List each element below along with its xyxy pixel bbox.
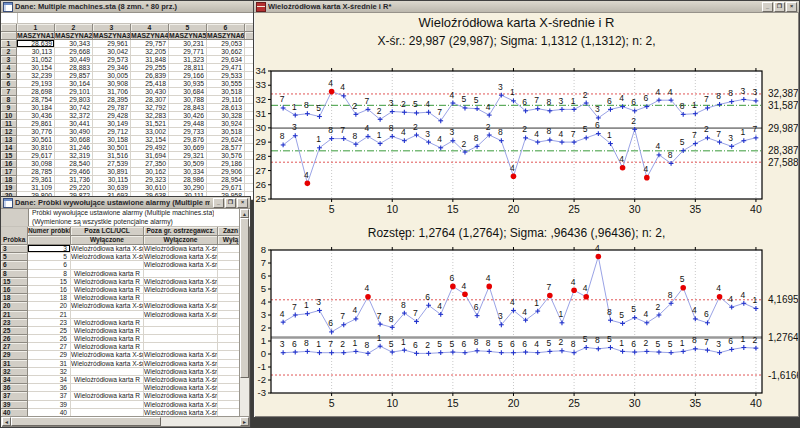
data-cell[interactable]: 29,617 (17, 152, 55, 160)
data-cell[interactable]: 29,861 (17, 120, 55, 128)
data-cell[interactable]: 31,109 (17, 184, 55, 192)
chart-titlebar[interactable]: Wieloźródłowa karta X-średnie i R* _ ❐ × (254, 1, 799, 13)
row-header[interactable]: 15 (1, 152, 17, 160)
data-cell[interactable]: 29,634 (207, 56, 245, 64)
alarm-sample-number-cell[interactable]: 39 (28, 401, 71, 409)
alarm-lcl-ucl-cell[interactable]: Wieloźródłowa karta R (71, 327, 144, 335)
data-cell[interactable]: 30,115 (93, 176, 131, 184)
row-header[interactable]: 8 (1, 96, 17, 104)
alarm-warning-cell[interactable]: Wieloźródłowa karta X-śr (144, 302, 218, 310)
alarm-warning-cell[interactable]: Wieloźródłowa karta X-śr (144, 286, 218, 294)
data-cell[interactable]: 32,319 (55, 152, 93, 160)
alarm-sample-number-cell[interactable]: 3 (28, 245, 71, 253)
data-cell[interactable]: 31,521 (131, 120, 169, 128)
alarm-sample-number-cell[interactable]: 26 (28, 335, 71, 343)
data-cell[interactable]: 30,162 (131, 168, 169, 176)
data-cell[interactable]: 30,334 (169, 168, 207, 176)
data-cell[interactable]: 30,290 (169, 184, 207, 192)
data-cell[interactable]: 30,158 (93, 136, 131, 144)
data-cell[interactable]: 29,323 (131, 176, 169, 184)
alarm-row-header[interactable]: 18 (1, 294, 28, 302)
data-cell[interactable]: 29,346 (93, 64, 131, 72)
data-cell[interactable]: 31,848 (131, 56, 169, 64)
data-cell[interactable]: 29,321 (169, 152, 207, 160)
data-cell[interactable]: 32,205 (131, 48, 169, 56)
data-cell[interactable]: 29,492 (131, 144, 169, 152)
alarm-lcl-ucl-cell[interactable]: Wieloźródłowa karta X-śr (71, 360, 144, 368)
alarm-warning-cell[interactable]: Wieloźródłowa karta X-śr (144, 351, 218, 359)
data-cell[interactable]: 29,101 (55, 88, 93, 96)
data-cell[interactable]: 28,754 (17, 96, 55, 104)
data-cell[interactable]: 30,555 (207, 80, 245, 88)
data-cell[interactable]: 30,509 (169, 160, 207, 168)
alarm-lcl-ucl-cell[interactable]: Wieloźródłowa karta X-śr (71, 351, 144, 359)
row-header[interactable]: 11 (1, 120, 17, 128)
alarms-titlebar[interactable]: Dane: Próbki wywołujące ustawione alarmy… (1, 197, 250, 209)
alarm-row-header[interactable]: 20 (1, 302, 28, 310)
data-cell[interactable]: 27,539 (93, 160, 131, 168)
data-cell[interactable]: 30,669 (169, 144, 207, 152)
alarm-row-header[interactable]: 32 (1, 368, 28, 376)
close-icon[interactable]: × (786, 2, 797, 12)
data-cell[interactable]: 29,471 (207, 64, 245, 72)
column-header-maszyna2[interactable]: MASZYNA2 (55, 32, 93, 40)
alarm-warning-cell[interactable]: Wieloźródłowa karta X-śr (144, 245, 218, 253)
alarm-row-header[interactable]: 6 (1, 261, 28, 269)
alarm-warning-cell[interactable] (144, 335, 218, 343)
data-cell[interactable]: 29,166 (169, 72, 207, 80)
alarm-lcl-ucl-cell[interactable] (71, 311, 144, 319)
row-header[interactable]: 18 (1, 176, 17, 184)
data-cell[interactable]: 30,501 (93, 144, 131, 152)
alarm-sample-number-cell[interactable]: 15 (28, 278, 71, 286)
alarm-sample-number-cell[interactable]: 16 (28, 286, 71, 294)
alarm-warning-cell[interactable] (144, 327, 218, 335)
alarms-horizontal-scrollbar[interactable]: ◄ ► (2, 416, 249, 426)
alarm-warning-cell[interactable]: Wieloźródłowa karta X-śr (144, 368, 218, 376)
alarm-lcl-ucl-cell[interactable]: Wieloźródłowa karta R (71, 335, 144, 343)
alarm-row-header[interactable]: 29 (1, 351, 28, 359)
data-cell[interactable]: 31,706 (93, 88, 131, 96)
data-cell[interactable]: 29,771 (169, 48, 207, 56)
alarm-warning-cell[interactable]: Wieloźródłowa karta X-śr (144, 392, 218, 400)
alarm-row-header[interactable]: 21 (1, 311, 28, 319)
alarm-warning-cell[interactable]: Wieloźródłowa karta X-śr (144, 278, 218, 286)
alarm-warning-cell[interactable] (144, 343, 218, 351)
row-header[interactable]: 12 (1, 128, 17, 136)
data-cell[interactable]: 25,418 (131, 80, 169, 88)
alarm-lcl-ucl-cell[interactable]: Wieloźródłowa karta R (71, 392, 144, 400)
data-cell[interactable]: 27,350 (131, 160, 169, 168)
row-header[interactable]: 2 (1, 48, 17, 56)
alarm-warning-cell[interactable] (144, 294, 218, 302)
data-cell[interactable]: 29,186 (207, 160, 245, 168)
row-header[interactable]: 4 (1, 64, 17, 72)
data-cell[interactable]: 30,810 (17, 144, 55, 152)
data-cell[interactable]: 29,448 (169, 120, 207, 128)
alarm-sample-number-cell[interactable]: 6 (28, 261, 71, 269)
row-header[interactable]: 7 (1, 88, 17, 96)
row-header[interactable]: 1 (1, 40, 17, 48)
data-cell[interactable]: 29,428 (93, 112, 131, 120)
data-cell[interactable]: 32,372 (55, 112, 93, 120)
data-cell[interactable]: 32,154 (131, 136, 169, 144)
scroll-left-icon[interactable]: ◄ (2, 417, 11, 426)
data-cell[interactable]: 29,255 (131, 64, 169, 72)
alarm-row-header[interactable]: 27 (1, 343, 28, 351)
data-cell[interactable]: 30,668 (55, 136, 93, 144)
data-cell[interactable]: 28,986 (169, 176, 207, 184)
column-header-maszyna3[interactable]: MASZYNA3 (93, 32, 131, 40)
restore-icon[interactable]: ❐ (774, 2, 785, 12)
alarm-lcl-ucl-cell[interactable]: Wieloźródłowa karta R (71, 319, 144, 327)
column-number[interactable]: 1 (17, 24, 55, 32)
column-header-sample-number[interactable]: Numer próbki: (28, 227, 71, 236)
data-cell[interactable]: 29,787 (93, 104, 131, 112)
row-header[interactable]: 17 (1, 168, 17, 176)
data-cell[interactable]: 30,518 (207, 128, 245, 136)
scroll-up-icon[interactable]: ▲ (240, 209, 249, 218)
row-header[interactable]: 9 (1, 104, 17, 112)
data-cell[interactable]: 29,053 (207, 40, 245, 48)
data-cell[interactable]: 30,490 (55, 128, 93, 136)
alarm-lcl-ucl-cell[interactable]: Wieloźródłowa karta X-śr (71, 302, 144, 310)
alarm-sample-number-cell[interactable]: 32 (28, 368, 71, 376)
alarm-row-header[interactable]: 34 (1, 376, 28, 384)
alarm-sample-number-cell[interactable]: 36 (28, 384, 71, 392)
